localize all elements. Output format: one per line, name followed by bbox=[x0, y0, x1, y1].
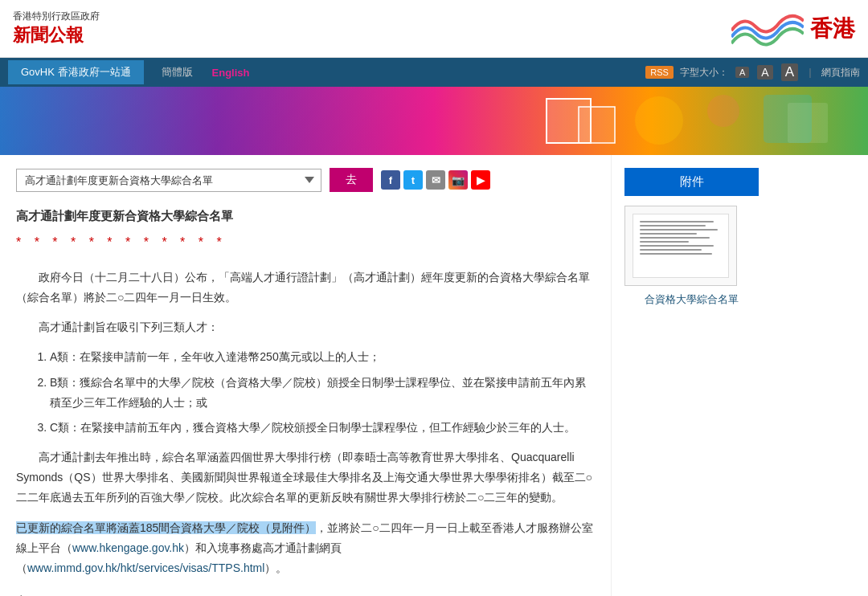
list-item-b: B類：獲綜合名單中的大學／院校（合資格大學／院校）頒授全日制學士課程學位、並在緊… bbox=[50, 373, 595, 413]
thumb-line bbox=[640, 241, 689, 243]
page-wrapper: 香港特別行政區政府 新聞公報 香港 GovHK 香港政府一站通 簡體版 Engl… bbox=[0, 0, 868, 596]
list-item-c: C類：在緊接申請前五年內，獲合資格大學／院校頒授全日制學士課程學位，但工作經驗少… bbox=[50, 418, 595, 438]
rss-button[interactable]: RSS bbox=[645, 66, 674, 79]
star-line: * * * * * * * * * * * * bbox=[16, 231, 595, 255]
link2[interactable]: www.immd.gov.hk/hkt/services/visas/TTPS.… bbox=[27, 561, 264, 574]
dropdown-row: 高才通計劃年度更新合資格大學綜合名單 去 f t ✉ 📷 ▶ bbox=[16, 168, 595, 192]
thumb-line bbox=[640, 229, 718, 231]
thumb-line bbox=[640, 249, 702, 251]
email-icon[interactable]: ✉ bbox=[426, 170, 445, 190]
para3-highlight: 已更新的綜合名單將涵蓋185間合資格大學／院校（見附件） bbox=[16, 521, 316, 534]
para2: 高才通計劃去年推出時，綜合名單涵蓋四個世界大學排行榜（即泰晤士高等教育世界大學排… bbox=[16, 447, 595, 508]
hk-emblem-svg bbox=[731, 6, 804, 51]
thumb-lines bbox=[633, 214, 728, 261]
link1[interactable]: www.hkengage.gov.hk bbox=[72, 541, 184, 554]
instagram-icon[interactable]: 📷 bbox=[448, 170, 468, 190]
hk-logo-area: 香港 bbox=[731, 6, 855, 51]
font-size-label: 字型大小： bbox=[680, 66, 728, 80]
nav-bar: GovHK 香港政府一站通 簡體版 English RSS 字型大小： A A … bbox=[0, 58, 868, 87]
nav-simplified[interactable]: 簡體版 bbox=[152, 60, 203, 84]
svg-rect-1 bbox=[579, 107, 615, 143]
attachment-thumb-inner bbox=[633, 214, 729, 278]
thumb-line bbox=[640, 237, 710, 239]
svg-point-2 bbox=[635, 96, 683, 145]
web-guide[interactable]: 網頁指南 bbox=[821, 66, 860, 80]
para1: 政府今日（十二月二十八日）公布，「高端人才通行證計劃」（高才通計劃）經年度更新的… bbox=[16, 267, 595, 308]
hk-label: 香港 bbox=[810, 14, 855, 44]
sidebar: 附件 合資格大學綜合名單 bbox=[611, 155, 772, 596]
youtube-icon[interactable]: ▶ bbox=[471, 170, 490, 190]
twitter-icon[interactable]: t bbox=[403, 170, 423, 190]
list-item-a: A類：在緊接申請前一年，全年收入達港幣250萬元或以上的人士； bbox=[50, 347, 595, 367]
header-left: 香港特別行政區政府 新聞公報 bbox=[13, 10, 100, 47]
talent-list: A類：在緊接申請前一年，全年收入達港幣250萬元或以上的人士； B類：獲綜合名單… bbox=[16, 347, 595, 438]
attachment-link[interactable]: 合資格大學綜合名單 bbox=[624, 292, 759, 307]
article-title: 高才通計劃年度更新合資格大學綜合名單 bbox=[16, 205, 595, 227]
nav-govhk[interactable]: GovHK 香港政府一站通 bbox=[8, 60, 144, 84]
thumb-line bbox=[640, 245, 714, 247]
thumb-line bbox=[640, 221, 714, 222]
header: 香港特別行政區政府 新聞公報 香港 bbox=[0, 0, 868, 58]
banner-svg bbox=[0, 87, 868, 155]
content-area: 高才通計劃年度更新合資格大學綜合名單 去 f t ✉ 📷 ▶ 高才通計劃年度更新… bbox=[0, 155, 611, 596]
para3: 已更新的綜合名單將涵蓋185間合資格大學／院校（見附件），並將於二○二四年一月一… bbox=[16, 518, 595, 579]
font-large-button[interactable]: A bbox=[781, 63, 798, 81]
main-container: 高才通計劃年度更新合資格大學綜合名單 去 f t ✉ 📷 ▶ 高才通計劃年度更新… bbox=[0, 155, 868, 596]
attachment-thumbnail[interactable] bbox=[624, 206, 737, 286]
article-select[interactable]: 高才通計劃年度更新合資格大學綜合名單 bbox=[16, 169, 321, 192]
go-button[interactable]: 去 bbox=[330, 168, 373, 192]
attachment-title: 附件 bbox=[624, 168, 759, 196]
end-section: 完 2023年12月28日（星期四） 香港時間12時03分 bbox=[16, 591, 595, 596]
font-small-button[interactable]: A bbox=[735, 67, 749, 78]
thumb-line bbox=[640, 225, 706, 227]
svg-point-3 bbox=[707, 95, 739, 127]
nav-english[interactable]: English bbox=[203, 62, 260, 84]
article: 高才通計劃年度更新合資格大學綜合名單 * * * * * * * * * * *… bbox=[16, 205, 595, 596]
facebook-icon[interactable]: f bbox=[381, 170, 400, 190]
svg-rect-5 bbox=[788, 103, 828, 143]
gov-name-line2: 新聞公報 bbox=[13, 23, 100, 47]
font-medium-button[interactable]: A bbox=[757, 65, 772, 80]
social-icons: f t ✉ 📷 ▶ bbox=[381, 170, 490, 190]
thumb-line bbox=[640, 233, 697, 235]
wan-label: 完 bbox=[16, 591, 595, 596]
thumb-line bbox=[640, 253, 712, 255]
nav-right: RSS 字型大小： A A A ｜ 網頁指南 bbox=[645, 63, 860, 81]
subtitle1: 高才通計劃旨在吸引下列三類人才： bbox=[16, 317, 595, 337]
banner bbox=[0, 87, 868, 155]
separator: ｜ bbox=[805, 66, 815, 80]
para3-end: ）。 bbox=[264, 561, 287, 574]
gov-name-line1: 香港特別行政區政府 bbox=[13, 10, 100, 23]
